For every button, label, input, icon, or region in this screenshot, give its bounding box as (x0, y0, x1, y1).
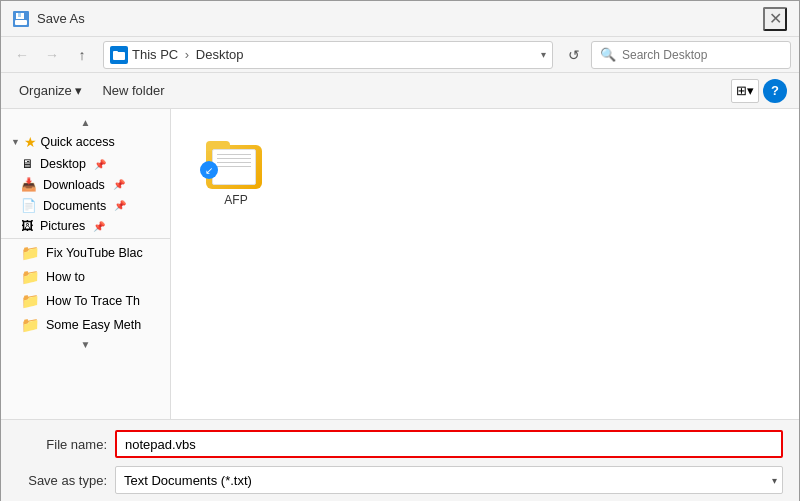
title-bar-left: Save As (13, 11, 85, 27)
forward-button[interactable]: → (39, 42, 65, 68)
pictures-pin-icon: 📌 (93, 221, 105, 232)
file-item-afp[interactable]: ↙ AFP (191, 129, 281, 215)
action-right: ⊞ ▾ ? (731, 79, 787, 103)
afp-folder-image: ↙ (206, 137, 266, 189)
folder-arrow-icon: ↙ (200, 161, 218, 179)
filename-input[interactable] (115, 430, 783, 458)
savetype-label: Save as type: (17, 473, 107, 488)
quick-access-chevron: ▼ (11, 137, 20, 147)
svg-rect-2 (18, 13, 21, 17)
sidebar-item-fix-youtube[interactable]: 📁 Fix YouTube Blac (1, 241, 170, 265)
search-bar: 🔍 (591, 41, 791, 69)
desktop-pin-icon: 📌 (94, 159, 106, 170)
filename-label: File name: (17, 437, 107, 452)
address-bar[interactable]: This PC › Desktop ▾ (103, 41, 553, 69)
help-button[interactable]: ? (763, 79, 787, 103)
afp-folder-label: AFP (224, 193, 247, 207)
refresh-button[interactable]: ↺ (561, 42, 587, 68)
sidebar-scroll-up[interactable]: ▲ (1, 115, 170, 130)
action-left: Organize ▾ New folder (13, 80, 171, 101)
quick-access-label: Quick access (40, 135, 114, 149)
up-button[interactable]: ↑ (69, 42, 95, 68)
main-content: ▲ ▼ ★ Quick access 🖥 Desktop 📌 📥 Downloa… (1, 109, 799, 419)
address-pc: This PC (132, 47, 178, 62)
sidebar-item-pictures[interactable]: 🖼 Pictures 📌 (1, 216, 170, 236)
action-bar: Organize ▾ New folder ⊞ ▾ ? (1, 73, 799, 109)
navigation-toolbar: ← → ↑ This PC › Desktop ▾ ↺ 🔍 (1, 37, 799, 73)
view-toggle-button[interactable]: ⊞ ▾ (731, 79, 759, 103)
quick-access-star-icon: ★ (24, 134, 37, 150)
dialog-title: Save As (37, 11, 85, 26)
savetype-select[interactable]: Text Documents (*.txt) All Files (*.*) U… (115, 466, 783, 494)
fix-youtube-folder-icon: 📁 (21, 244, 40, 262)
sidebar-item-documents[interactable]: 📄 Documents 📌 (1, 195, 170, 216)
downloads-icon: 📥 (21, 177, 37, 192)
pictures-icon: 🖼 (21, 219, 34, 233)
some-easy-folder-icon: 📁 (21, 316, 40, 334)
downloads-pin-icon: 📌 (113, 179, 125, 190)
title-bar: Save As ✕ (1, 1, 799, 37)
sidebar-item-some-easy[interactable]: 📁 Some Easy Meth (1, 313, 170, 337)
savetype-row: Save as type: Text Documents (*.txt) All… (17, 466, 783, 494)
how-to-folder-icon: 📁 (21, 268, 40, 286)
address-path: This PC › Desktop (132, 47, 537, 62)
documents-icon: 📄 (21, 198, 37, 213)
address-dropdown-icon[interactable]: ▾ (541, 49, 546, 60)
form-area: File name: Save as type: Text Documents … (1, 419, 799, 501)
back-button[interactable]: ← (9, 42, 35, 68)
sidebar-item-how-to[interactable]: 📁 How to (1, 265, 170, 289)
address-location: Desktop (196, 47, 244, 62)
sidebar: ▲ ▼ ★ Quick access 🖥 Desktop 📌 📥 Downloa… (1, 109, 171, 419)
new-folder-button[interactable]: New folder (96, 80, 170, 101)
how-to-trace-folder-icon: 📁 (21, 292, 40, 310)
folder-paper (212, 149, 256, 185)
svg-rect-3 (15, 20, 27, 25)
documents-pin-icon: 📌 (114, 200, 126, 211)
organize-button[interactable]: Organize ▾ (13, 80, 88, 101)
close-button[interactable]: ✕ (763, 7, 787, 31)
desktop-icon: 🖥 (21, 157, 34, 171)
save-title-icon (13, 11, 29, 27)
sidebar-item-how-to-trace[interactable]: 📁 How To Trace Th (1, 289, 170, 313)
address-folder-icon (110, 46, 128, 64)
svg-rect-5 (113, 51, 118, 54)
sidebar-section-quick-access[interactable]: ▼ ★ Quick access (1, 130, 170, 154)
search-icon: 🔍 (600, 47, 616, 62)
sidebar-item-desktop[interactable]: 🖥 Desktop 📌 (1, 154, 170, 174)
search-input[interactable] (622, 48, 772, 62)
savetype-wrapper: Text Documents (*.txt) All Files (*.*) U… (115, 466, 783, 494)
filename-row: File name: (17, 430, 783, 458)
sidebar-scroll-down[interactable]: ▼ (1, 337, 170, 352)
sidebar-item-downloads[interactable]: 📥 Downloads 📌 (1, 174, 170, 195)
file-area: ↙ AFP (171, 109, 799, 419)
save-as-dialog: Save As ✕ ← → ↑ This PC › Desktop ▾ ↺ 🔍 (0, 0, 800, 501)
